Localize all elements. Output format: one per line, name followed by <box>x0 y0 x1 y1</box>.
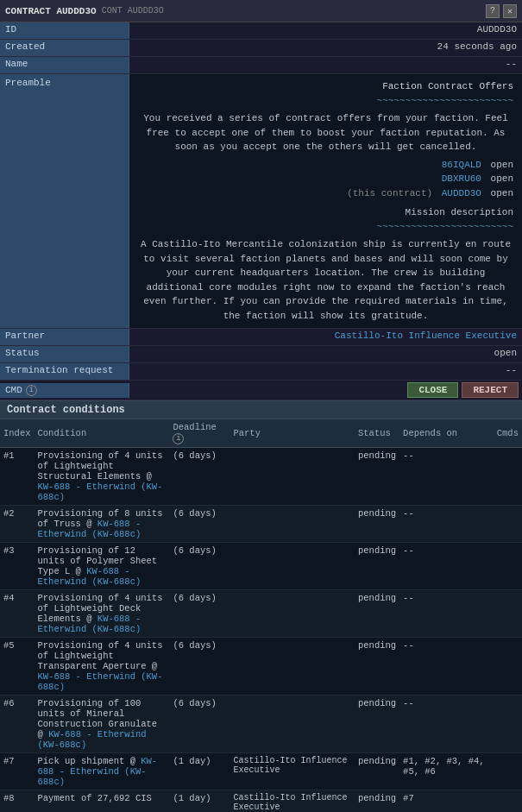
cell-cmds <box>494 637 522 695</box>
termination-label: Termination request <box>0 363 129 380</box>
cell-party <box>230 505 355 542</box>
cell-condition: Provisioning of 12 units of Polymer Shee… <box>35 542 170 589</box>
condition-location-link[interactable]: KW-688 - Etherwind (KW-688c) <box>38 671 163 692</box>
help-icon[interactable]: ? <box>486 4 500 18</box>
cell-condition: Provisioning of 4 units of Lightweight S… <box>35 447 170 505</box>
cell-status: pending <box>355 752 399 790</box>
cell-index: #6 <box>0 695 35 752</box>
id-row: ID AUDDD3O <box>0 22 522 40</box>
cell-status: pending <box>355 505 399 542</box>
cell-depends: -- <box>399 447 494 505</box>
contract-status-3: open <box>491 188 513 198</box>
cell-status: pending <box>355 790 399 812</box>
cell-deadline: (6 days) <box>169 542 230 589</box>
cell-condition: Provisioning of 4 units of Lightweight D… <box>35 589 170 637</box>
info-section: ID AUDDD3O Created 24 seconds ago Name -… <box>0 22 522 400</box>
cell-party <box>230 447 355 505</box>
col-deadline: Deadline i <box>169 419 230 447</box>
condition-location-link[interactable]: KW-688 - Etherwind (KW-688c) <box>38 519 142 539</box>
table-row: #4Provisioning of 4 units of Lightweight… <box>0 589 522 637</box>
name-label: Name <box>0 57 129 73</box>
status-value: open <box>129 346 522 362</box>
cell-cmds <box>494 589 522 637</box>
cell-depends: -- <box>399 695 494 752</box>
cmd-info-icon[interactable]: i <box>26 385 37 396</box>
col-status: Status <box>355 419 399 447</box>
contract-item-1: 86IQALD open <box>138 158 513 173</box>
table-header-row: Index Condition Deadline i Party Status … <box>0 419 522 447</box>
contract-item-3: (this contract) AUDDD3O open <box>138 186 513 201</box>
created-row: Created 24 seconds ago <box>0 40 522 57</box>
conditions-header: Contract conditions <box>0 400 522 419</box>
cell-index: #2 <box>0 505 35 542</box>
preamble-content: Faction Contract Offers ~~~~~~~~~~~~~~~~… <box>129 74 522 328</box>
title-icons: ? ✕ <box>486 4 517 18</box>
contract-link-1[interactable]: 86IQALD <box>442 160 481 170</box>
cell-deadline: (6 days) <box>169 505 230 542</box>
col-party: Party <box>230 419 355 447</box>
contract-status-1: open <box>491 160 513 170</box>
table-row: #5Provisioning of 4 units of Lightweight… <box>0 637 522 695</box>
deadline-info-icon[interactable]: i <box>173 433 184 444</box>
title-bar: CONTRACT AUDDD3O CONT AUDDD3O ? ✕ <box>0 0 522 22</box>
mission-body: A Castillo-Ito Mercantile colonization s… <box>138 237 513 323</box>
cmd-label: CMD i <box>0 383 129 398</box>
preamble-sep1: ~~~~~~~~~~~~~~~~~~~~~~~~ <box>138 94 513 109</box>
cell-depends: -- <box>399 589 494 637</box>
cell-condition: Provisioning of 8 units of Truss @ KW-68… <box>35 505 170 542</box>
preamble-sep2: ~~~~~~~~~~~~~~~~~~~~~~~~ <box>138 220 513 235</box>
cmd-buttons: CLOSE REJECT <box>129 381 522 400</box>
condition-location-link[interactable]: KW-688 - Etherwind (KW-688c) <box>38 566 142 587</box>
preamble-label: Preamble <box>0 74 129 328</box>
cell-condition: Provisioning of 4 units of Lightweight T… <box>35 637 170 695</box>
condition-location-link[interactable]: KW-688 - Etherwind (KW-688c) <box>38 729 147 750</box>
contract-status-2: open <box>491 173 513 184</box>
cell-condition: Pick up shipment @ KW-688 - Etherwind (K… <box>35 752 170 790</box>
partner-row: Partner Castillo-Ito Influence Executive <box>0 329 522 346</box>
created-value: 24 seconds ago <box>129 40 522 56</box>
cell-deadline: (6 days) <box>169 589 230 637</box>
id-value: AUDDD3O <box>129 22 522 39</box>
cell-status: pending <box>355 695 399 752</box>
mission-desc-header: Mission description <box>138 205 513 220</box>
cell-status: pending <box>355 542 399 589</box>
contract-link-3[interactable]: AUDDD3O <box>442 188 481 198</box>
cell-status: pending <box>355 589 399 637</box>
condition-location-link[interactable]: KW-688 - Etherwind (KW-688c) <box>38 756 158 787</box>
cell-index: #5 <box>0 637 35 695</box>
id-label: ID <box>0 22 129 39</box>
cell-depends: -- <box>399 542 494 589</box>
title-bar-left: CONTRACT AUDDD3O CONT AUDDD3O <box>5 6 164 16</box>
cell-cmds <box>494 752 522 790</box>
preamble-header: Faction Contract Offers <box>138 79 513 94</box>
condition-location-link[interactable]: KW-688 - Etherwind (KW-688c) <box>38 614 142 634</box>
cell-party[interactable]: Castillo-Ito Influence Executive <box>230 790 355 812</box>
condition-location-link[interactable]: KW-688 - Etherwind (KW-688c) <box>38 482 163 502</box>
close-button[interactable]: CLOSE <box>407 382 458 398</box>
cell-cmds <box>494 695 522 752</box>
reject-button[interactable]: REJECT <box>462 382 519 398</box>
cmd-row: CMD i CLOSE REJECT <box>0 381 522 400</box>
cell-status: pending <box>355 447 399 505</box>
cell-cmds <box>494 790 522 812</box>
close-window-icon[interactable]: ✕ <box>503 4 517 18</box>
status-label: Status <box>0 346 129 362</box>
table-row: #3Provisioning of 12 units of Polymer Sh… <box>0 542 522 589</box>
table-row: #6Provisioning of 100 units of Mineral C… <box>0 695 522 752</box>
name-row: Name -- <box>0 57 522 74</box>
cell-condition: Provisioning of 100 units of Mineral Con… <box>35 695 170 752</box>
cell-party <box>230 637 355 695</box>
contract-item-2: DBXRU60 open <box>138 172 513 186</box>
cell-party <box>230 589 355 637</box>
cell-deadline: (1 day) <box>169 752 230 790</box>
partner-value[interactable]: Castillo-Ito Influence Executive <box>129 329 522 345</box>
cell-cmds <box>494 505 522 542</box>
cell-party <box>230 695 355 752</box>
cell-index: #8 <box>0 790 35 812</box>
contract-link-2[interactable]: DBXRU60 <box>442 173 481 184</box>
col-condition: Condition <box>35 419 170 447</box>
preamble-row: Preamble Faction Contract Offers ~~~~~~~… <box>0 74 522 329</box>
table-row: #2Provisioning of 8 units of Truss @ KW-… <box>0 505 522 542</box>
cell-party[interactable]: Castillo-Ito Influence Executive <box>230 752 355 790</box>
table-row: #8Payment of 27,692 CIS(1 day)Castillo-I… <box>0 790 522 812</box>
